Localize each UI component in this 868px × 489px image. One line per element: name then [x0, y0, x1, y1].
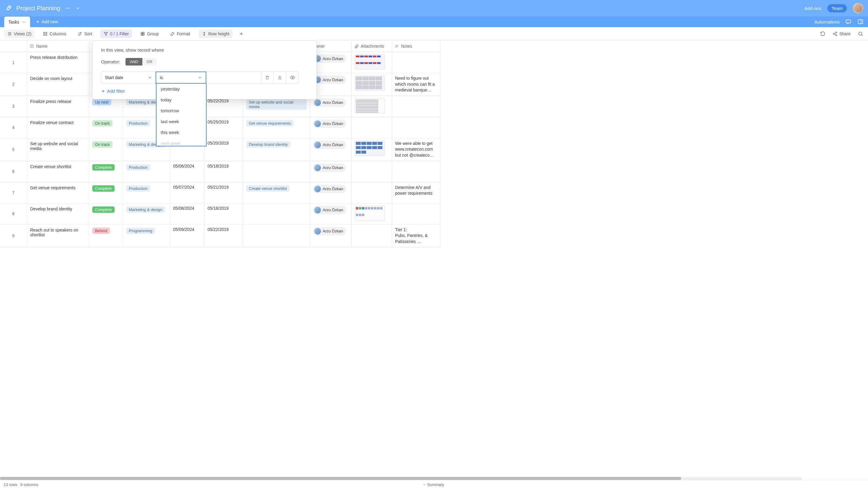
cell-team[interactable]: Production	[123, 182, 170, 203]
row-height-button[interactable]: Row height	[199, 30, 232, 38]
dropdown-option[interactable]: tomorrow	[157, 105, 206, 116]
cell-notes[interactable]	[392, 52, 440, 73]
cell-start-date[interactable]: 05/08/2024	[170, 203, 205, 225]
column-header-attachments[interactable]: Attachments	[352, 40, 392, 52]
cell-status[interactable]: Behind	[89, 225, 123, 248]
cell-due-date[interactable]: 05/18/2019	[205, 161, 243, 182]
column-header-notes[interactable]: Notes	[392, 40, 440, 52]
header-more-icon[interactable]	[65, 5, 70, 11]
add-new-view-button[interactable]: Add new	[36, 19, 58, 24]
cell-owner[interactable]: Arzu Özkan	[310, 203, 352, 225]
search-icon[interactable]	[857, 30, 864, 37]
cell-owner[interactable]: Arzu Özkan	[310, 225, 352, 248]
cell-start-date[interactable]: 05/07/2024	[170, 182, 205, 203]
cell-owner[interactable]: Arzu Özkan	[310, 138, 352, 161]
horizontal-scrollbar[interactable]	[0, 477, 802, 480]
filter-delete-button[interactable]	[261, 71, 274, 84]
cell-attachment[interactable]	[352, 225, 392, 248]
format-button[interactable]: Format	[167, 30, 193, 38]
share-button[interactable]: Share	[831, 30, 852, 37]
sidebar-toggle-icon[interactable]	[857, 19, 864, 25]
tab-more-icon[interactable]	[22, 20, 26, 24]
dropdown-option[interactable]: this week	[157, 127, 206, 138]
cell-due-date[interactable]: 05/22/2019	[205, 225, 243, 248]
cell-name[interactable]: Decide on room layout	[27, 73, 89, 96]
filter-value-input[interactable]	[206, 71, 261, 84]
cell-status[interactable]: Complete	[89, 203, 123, 225]
cell-due-date[interactable]: 05/18/2019	[205, 203, 243, 225]
cell-blocked-by[interactable]: Develop brand identity	[243, 138, 310, 161]
cell-status[interactable]: Complete	[89, 161, 123, 182]
cell-notes[interactable]: Determine A/V and power requirements	[392, 182, 440, 203]
cell-notes[interactable]	[392, 96, 440, 117]
cell-blocked-by[interactable]: Create venue shortlist	[243, 182, 310, 203]
cell-start-date[interactable]: 05/09/2024	[170, 225, 205, 248]
chevron-down-icon[interactable]	[75, 5, 81, 11]
views-button[interactable]: Views (2)	[4, 30, 34, 38]
cell-name[interactable]: Reach out to speakers on shortlist	[27, 225, 89, 248]
filter-visibility-button[interactable]	[286, 71, 299, 84]
summary-button[interactable]: Summary	[423, 482, 444, 487]
filter-condition-select[interactable]: is	[156, 71, 206, 84]
cell-due-date[interactable]: 05/25/2019	[205, 117, 243, 138]
filter-lock-button[interactable]	[274, 71, 286, 84]
cell-name[interactable]: Set up website and social media	[27, 138, 89, 161]
cell-team[interactable]: Production	[123, 161, 170, 182]
cell-owner[interactable]: Arzu Özkan	[310, 161, 352, 182]
cell-name[interactable]: Finalize press release	[27, 96, 89, 117]
cell-owner[interactable]: Arzu Özkan	[310, 182, 352, 203]
cell-owner[interactable]: Arzu Özkan	[310, 117, 352, 138]
addons-link[interactable]: Add-ons	[804, 6, 821, 11]
cell-attachment[interactable]	[352, 52, 392, 73]
cell-attachment[interactable]	[352, 73, 392, 96]
group-button[interactable]: Group	[137, 30, 162, 38]
cell-team[interactable]: Programming	[123, 225, 170, 248]
cell-blocked-by[interactable]: Get venue requirements	[243, 117, 310, 138]
cell-blocked-by[interactable]	[243, 225, 310, 248]
column-header-name[interactable]: Name	[27, 40, 89, 52]
cell-name[interactable]: Create venue shortlist	[27, 161, 89, 182]
cell-attachment[interactable]	[352, 182, 392, 203]
cell-status[interactable]: Complete	[89, 182, 123, 203]
cell-notes[interactable]: Tier 1:Pubs, Pantries, & Patisseries …	[392, 225, 440, 248]
cell-attachment[interactable]	[352, 161, 392, 182]
cell-notes[interactable]: We were able to get www.createcon.com bu…	[392, 138, 440, 161]
cell-notes[interactable]	[392, 161, 440, 182]
columns-button[interactable]: Columns	[40, 30, 69, 38]
cell-attachment[interactable]	[352, 203, 392, 225]
add-toolbar-icon[interactable]	[238, 30, 245, 37]
cell-team[interactable]: Marketing & design	[123, 203, 170, 225]
cell-start-date[interactable]: 05/06/2024	[170, 161, 205, 182]
dropdown-option[interactable]: today	[157, 94, 206, 105]
filter-field-select[interactable]: Start date	[101, 71, 156, 84]
cell-name[interactable]: Finalize venue contract	[27, 117, 89, 138]
cell-blocked-by[interactable]	[243, 161, 310, 182]
cell-attachment[interactable]	[352, 117, 392, 138]
dropdown-option[interactable]: yesterday	[157, 84, 206, 94]
user-avatar[interactable]	[853, 3, 863, 13]
cell-status[interactable]: On track	[89, 117, 123, 138]
dropdown-option[interactable]: next week	[157, 138, 206, 146]
cell-name[interactable]: Press release distribution	[27, 52, 89, 73]
cell-attachment[interactable]	[352, 138, 392, 161]
team-button[interactable]: Team	[827, 4, 847, 12]
cell-due-date[interactable]: 05/20/2019	[205, 138, 243, 161]
operator-or-button[interactable]: OR	[142, 58, 157, 65]
cell-status[interactable]: On track	[89, 138, 123, 161]
cell-notes[interactable]	[392, 203, 440, 225]
sort-button[interactable]: Sort	[74, 30, 95, 38]
automations-link[interactable]: Automations	[815, 19, 840, 24]
cell-due-date[interactable]: 05/21/2019	[205, 182, 243, 203]
comments-icon[interactable]	[845, 19, 852, 25]
filter-button[interactable]: 0 / 1 Filter	[100, 30, 132, 38]
cell-name[interactable]: Get venue requirements	[27, 182, 89, 203]
dropdown-option[interactable]: last week	[157, 116, 206, 127]
tab-tasks[interactable]: Tasks	[4, 17, 30, 27]
cell-notes[interactable]	[392, 117, 440, 138]
undo-icon[interactable]	[819, 30, 826, 37]
cell-attachment[interactable]	[352, 96, 392, 117]
operator-and-button[interactable]: AND	[125, 58, 142, 65]
cell-notes[interactable]: Need to figure out which rooms can fit a…	[392, 73, 440, 96]
cell-name[interactable]: Develop brand identity	[27, 203, 89, 225]
cell-blocked-by[interactable]	[243, 203, 310, 225]
